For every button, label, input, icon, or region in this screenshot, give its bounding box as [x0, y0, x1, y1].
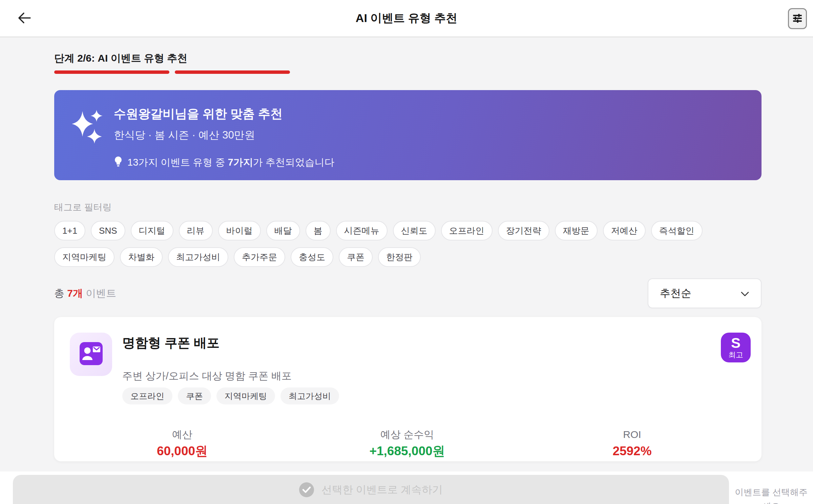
filter-tag-pill[interactable]: 1+1: [54, 221, 85, 240]
event-title: 명함형 쿠폰 배포: [122, 335, 339, 350]
event-icon-box: [70, 333, 112, 376]
content: 단계 2/6: AI 이벤트 유형 추천 수원왕갈비님을 위한 맞춤 추천 한식…: [54, 37, 762, 461]
banner-subtitle: 한식당 · 봄 시즌 · 예산 30만원: [114, 128, 334, 142]
filter-tag-pill[interactable]: 장기전략: [498, 221, 549, 240]
filter-tag-pill[interactable]: 차별화: [120, 247, 163, 267]
grade-caption: 최고: [728, 351, 743, 359]
filter-tag-pill[interactable]: SNS: [91, 221, 125, 240]
stat-label: ROI: [520, 428, 745, 441]
sort-select[interactable]: 추천순: [648, 278, 762, 308]
filter-tag-pill[interactable]: 봄: [306, 221, 331, 240]
stat-column: ROI 2592%: [520, 428, 745, 459]
sort-select-value: 추천순: [660, 286, 691, 300]
grade-letter: S: [731, 336, 741, 350]
continue-button[interactable]: 선택한 이벤트로 계속하기: [13, 475, 729, 504]
progress-bar: [54, 70, 762, 74]
filter-tag-pill[interactable]: 리뷰: [179, 221, 213, 240]
stat-value: 60,000원: [70, 444, 295, 459]
bottom-bar: 선택한 이벤트로 계속하기 이벤트를 선택해주세요: [0, 471, 813, 504]
banner-info: 13가지 이벤트 유형 중 7가지가 추천되었습니다: [114, 156, 334, 169]
event-card[interactable]: 명함형 쿠폰 배포 주변 상가/오피스 대상 명함 쿠폰 배포 오프라인쿠폰지역…: [54, 317, 762, 461]
step-label: 단계 2/6: AI 이벤트 유형 추천: [54, 52, 762, 64]
event-description: 주변 상가/오피스 대상 명함 쿠폰 배포: [122, 370, 339, 382]
results-count: 총 7개 이벤트: [54, 287, 116, 300]
stat-value: +1,685,000원: [295, 444, 520, 459]
event-tag: 지역마케팅: [216, 387, 275, 404]
continue-button-label: 선택한 이벤트로 계속하기: [321, 482, 443, 497]
event-tag: 최고가성비: [280, 387, 339, 404]
filter-tags: 1+1SNS디지털리뷰바이럴배달봄시즌메뉴신뢰도오프라인장기전략재방문저예산즉석…: [54, 221, 762, 267]
filter-tag-pill[interactable]: 쿠폰: [339, 247, 373, 267]
filter-tag-pill[interactable]: 시즌메뉴: [336, 221, 388, 240]
banner-title: 수원왕갈비님을 위한 맞춤 추천: [114, 106, 334, 121]
arrow-left-icon: [17, 10, 32, 27]
event-tag: 오프라인: [122, 387, 172, 404]
event-card-main: 명함형 쿠폰 배포 주변 상가/오피스 대상 명함 쿠폰 배포 오프라인쿠폰지역…: [122, 333, 339, 404]
chevron-down-icon: [741, 287, 749, 299]
header: AI 이벤트 유형 추천: [0, 0, 813, 37]
results-count-number: 7개: [67, 288, 83, 299]
stat-column: 예상 순수익 +1,685,000원: [295, 428, 520, 459]
selection-hint: 이벤트를 선택해주세요: [731, 485, 811, 504]
stat-label: 예상 순수익: [295, 428, 520, 441]
filter-tag-pill[interactable]: 추가주문: [234, 247, 285, 267]
filter-tag-pill[interactable]: 바이럴: [218, 221, 261, 240]
event-tags: 오프라인쿠폰지역마케팅최고가성비: [122, 387, 339, 404]
filter-tag-pill[interactable]: 재방문: [555, 221, 598, 240]
stat-value: 2592%: [520, 444, 745, 459]
sliders-tune-icon: [791, 12, 804, 25]
contact-card-icon: [80, 342, 103, 366]
filter-tag-pill[interactable]: 즉석할인: [651, 221, 703, 240]
filter-tag-pill[interactable]: 최고가성비: [168, 247, 228, 267]
filter-settings-button[interactable]: [788, 8, 807, 29]
banner-text: 수원왕갈비님을 위한 맞춤 추천 한식당 · 봄 시즌 · 예산 30만원 13…: [114, 106, 334, 180]
event-card-top: 명함형 쿠폰 배포 주변 상가/오피스 대상 명함 쿠폰 배포 오프라인쿠폰지역…: [70, 333, 745, 404]
lightbulb-icon: [114, 156, 123, 169]
event-tag: 쿠폰: [178, 387, 211, 404]
sparkles-icon: [70, 108, 105, 144]
banner-info-text: 13가지 이벤트 유형 중 7가지가 추천되었습니다: [127, 156, 334, 169]
progress-segment: [54, 70, 169, 74]
filter-tag-pill[interactable]: 디지털: [131, 221, 173, 240]
filter-tag-pill[interactable]: 지역마케팅: [54, 247, 114, 267]
filter-tag-pill[interactable]: 신뢰도: [393, 221, 436, 240]
stat-column: 예산 60,000원: [70, 428, 295, 459]
filter-tag-pill[interactable]: 오프라인: [441, 221, 493, 240]
stat-label: 예산: [70, 428, 295, 441]
recommendation-banner: 수원왕갈비님을 위한 맞춤 추천 한식당 · 봄 시즌 · 예산 30만원 13…: [54, 90, 762, 180]
page: AI 이벤트 유형 추천 단계 2/6: AI 이벤트 유형 추천: [0, 0, 813, 504]
check-circle-icon: [299, 482, 314, 497]
progress-segment: [175, 70, 290, 74]
results-bar: 총 7개 이벤트 추천순: [54, 278, 762, 308]
filter-tag-pill[interactable]: 저예산: [603, 221, 646, 240]
filter-tag-pill[interactable]: 배달: [266, 221, 300, 240]
back-button[interactable]: [15, 9, 34, 28]
event-stats: 예산 60,000원 예상 순수익 +1,685,000원 ROI 2592%: [70, 428, 745, 459]
filters-label: 태그로 필터링: [54, 201, 762, 213]
filter-tag-pill[interactable]: 한정판: [378, 247, 421, 267]
filter-tag-pill[interactable]: 충성도: [291, 247, 333, 267]
grade-badge: S 최고: [721, 333, 751, 362]
page-title: AI 이벤트 유형 추천: [0, 10, 813, 26]
